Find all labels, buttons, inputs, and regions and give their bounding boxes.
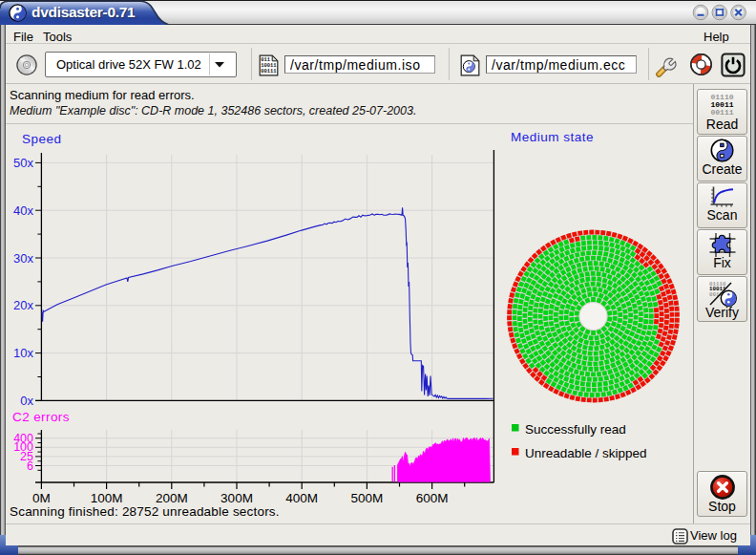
- svg-text:C2 errors: C2 errors: [12, 410, 70, 424]
- svg-text:Medium state: Medium state: [511, 130, 594, 144]
- svg-text:00111: 00111: [261, 69, 276, 75]
- svg-text:Unreadable / skipped: Unreadable / skipped: [525, 446, 647, 460]
- svg-text:0M: 0M: [32, 491, 51, 505]
- svg-text:20x: 20x: [13, 298, 33, 312]
- svg-text:50x: 50x: [13, 156, 33, 170]
- svg-text:0x: 0x: [20, 394, 33, 408]
- svg-text:600M: 600M: [416, 491, 449, 505]
- svg-text:200M: 200M: [156, 491, 188, 505]
- svg-text:10x: 10x: [13, 346, 33, 360]
- svg-text:40x: 40x: [13, 203, 33, 218]
- svg-text:Successfully read: Successfully read: [525, 422, 626, 437]
- svg-text:500M: 500M: [351, 491, 384, 505]
- svg-text:100M: 100M: [91, 491, 123, 505]
- svg-text:30x: 30x: [13, 251, 33, 266]
- svg-text:Speed: Speed: [22, 132, 62, 146]
- svg-text:300M: 300M: [220, 491, 253, 505]
- svg-text:6: 6: [27, 459, 33, 473]
- svg-text:400M: 400M: [285, 491, 318, 505]
